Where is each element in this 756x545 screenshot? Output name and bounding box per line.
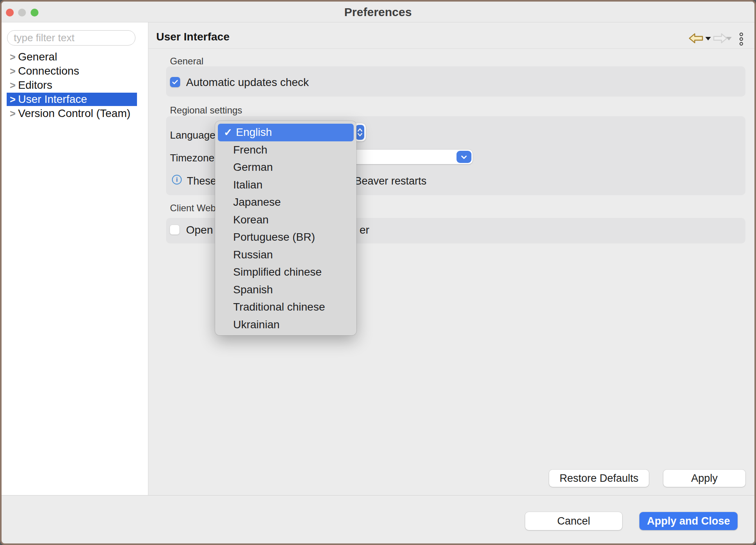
chevron-right-icon[interactable]: > bbox=[10, 109, 18, 119]
sidebar-item-general[interactable]: >General bbox=[2, 50, 148, 64]
footer-divider bbox=[2, 495, 754, 496]
menu-item-label: Portuguese (BR) bbox=[233, 231, 315, 243]
language-label: Language: bbox=[170, 129, 218, 141]
language-dropdown-menu: ✓EnglishFrenchGermanItalianJapaneseKorea… bbox=[215, 121, 356, 335]
menu-item-traditional-chinese[interactable]: Traditional chinese bbox=[215, 298, 356, 316]
menu-item-simplified-chinese[interactable]: Simplified chinese bbox=[215, 263, 356, 281]
header-divider bbox=[148, 48, 754, 49]
menu-item-label: German bbox=[233, 161, 273, 174]
sidebar-item-label: Connections bbox=[18, 65, 79, 77]
menu-item-label: Russian bbox=[233, 249, 273, 261]
chevron-right-icon[interactable]: > bbox=[10, 80, 18, 90]
menu-item-label: Italian bbox=[233, 179, 263, 191]
menu-item-russian[interactable]: Russian bbox=[215, 246, 356, 264]
timezone-dropdown-icon[interactable] bbox=[457, 151, 471, 163]
info-icon: i bbox=[172, 175, 182, 185]
sidebar-item-version-control-team[interactable]: >Version Control (Team) bbox=[2, 106, 148, 121]
forward-history-dropdown-icon[interactable] bbox=[726, 37, 732, 40]
regional-settings-label: Regional settings bbox=[170, 105, 242, 116]
apply-button[interactable]: Apply bbox=[663, 470, 745, 487]
menu-item-label: French bbox=[233, 144, 267, 156]
preferences-window: Preferences >General>Connections>Editors… bbox=[0, 0, 756, 545]
zoom-button[interactable] bbox=[31, 9, 38, 16]
client-web-section-label: Client Web bbox=[170, 203, 216, 214]
cancel-button[interactable]: Cancel bbox=[525, 512, 622, 530]
sidebar-item-user-interface[interactable]: >User Interface bbox=[2, 92, 148, 106]
menu-item-portuguese-br[interactable]: Portuguese (BR) bbox=[215, 229, 356, 246]
timezone-label: Timezone: bbox=[170, 152, 217, 164]
sidebar-item-editors[interactable]: >Editors bbox=[2, 78, 148, 92]
automatic-updates-checkbox[interactable] bbox=[170, 77, 180, 87]
close-button[interactable] bbox=[6, 9, 14, 16]
kebab-menu-icon[interactable] bbox=[740, 33, 743, 46]
restore-defaults-button[interactable]: Restore Defaults bbox=[549, 470, 649, 487]
menu-item-japanese[interactable]: Japanese bbox=[215, 194, 356, 211]
apply-and-close-button[interactable]: Apply and Close bbox=[639, 512, 738, 530]
menu-item-label: Ukrainian bbox=[233, 318, 279, 331]
chevron-right-icon[interactable]: > bbox=[10, 52, 18, 62]
sidebar-item-label: General bbox=[18, 51, 57, 63]
client-web-checkbox-label: Open bbox=[186, 224, 213, 236]
menu-item-label: Japanese bbox=[233, 196, 281, 208]
sidebar-item-label: User Interface bbox=[18, 93, 87, 106]
language-select-stepper-icon[interactable] bbox=[356, 125, 364, 140]
sidebar-item-label: Editors bbox=[18, 79, 52, 91]
menu-item-korean[interactable]: Korean bbox=[215, 211, 356, 229]
menu-item-label: Simplified chinese bbox=[233, 266, 322, 278]
sidebar-item-connections[interactable]: >Connections bbox=[2, 64, 148, 78]
menu-item-label: English bbox=[236, 126, 272, 139]
back-history-dropdown-icon[interactable] bbox=[705, 37, 711, 40]
checkmark-icon: ✓ bbox=[224, 126, 236, 139]
sidebar-item-label: Version Control (Team) bbox=[18, 107, 130, 120]
restart-note-left: These bbox=[187, 175, 216, 187]
menu-item-label: Spanish bbox=[233, 283, 273, 296]
menu-item-french[interactable]: French bbox=[215, 141, 356, 159]
restart-note-right: DBeaver restarts bbox=[347, 175, 427, 187]
menu-item-label: Traditional chinese bbox=[233, 301, 325, 313]
forward-arrow-icon[interactable] bbox=[712, 33, 728, 45]
preferences-tree: >General>Connections>Editors>User Interf… bbox=[2, 50, 148, 121]
menu-item-english[interactable]: ✓English bbox=[218, 124, 354, 141]
chevron-right-icon[interactable]: > bbox=[10, 66, 18, 76]
automatic-updates-label: Automatic updates check bbox=[186, 76, 309, 89]
filter-input[interactable] bbox=[7, 30, 135, 46]
chevron-right-icon[interactable]: > bbox=[10, 95, 18, 104]
client-web-checkbox[interactable] bbox=[170, 225, 180, 235]
back-arrow-icon[interactable] bbox=[688, 33, 704, 45]
menu-item-german[interactable]: German bbox=[215, 159, 356, 176]
window-title: Preferences bbox=[2, 2, 754, 22]
menu-item-italian[interactable]: Italian bbox=[215, 176, 356, 194]
general-section-label: General bbox=[170, 56, 203, 67]
client-web-label-fragment: er bbox=[360, 224, 369, 236]
page-title: User Interface bbox=[156, 31, 230, 43]
menu-item-label: Korean bbox=[233, 214, 268, 226]
minimize-button[interactable] bbox=[18, 9, 26, 16]
menu-item-ukrainian[interactable]: Ukrainian bbox=[215, 316, 356, 334]
menu-item-spanish[interactable]: Spanish bbox=[215, 281, 356, 299]
